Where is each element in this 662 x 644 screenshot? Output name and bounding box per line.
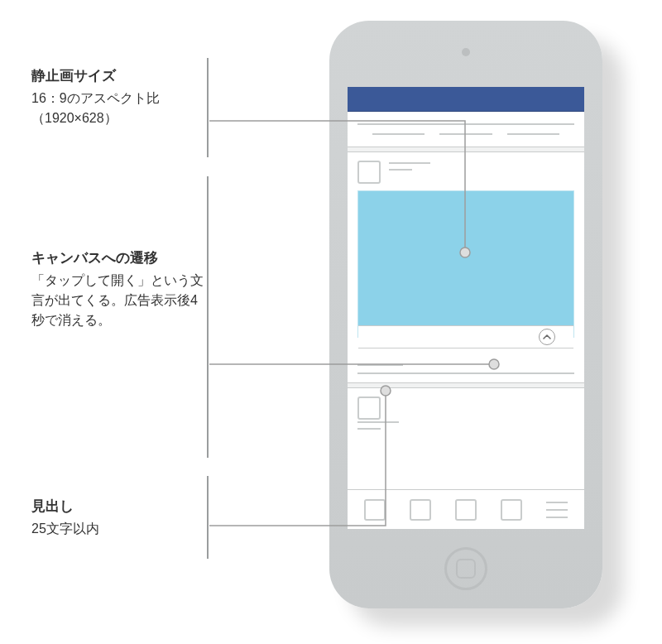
bracket-headline: [207, 476, 209, 559]
feed-divider: [348, 382, 584, 388]
annotation-body: 25文字以内: [31, 519, 205, 539]
annotation-title: 見出し: [31, 497, 205, 516]
meta-lines: [389, 161, 430, 171]
annotation-headline: 見出し 25文字以内: [31, 497, 205, 539]
nav-item-3[interactable]: [455, 499, 477, 521]
ad-card-meta: [357, 161, 574, 184]
bottom-nav: [348, 489, 584, 529]
next-card-wireframe: [348, 388, 584, 435]
bracket-still-image: [207, 58, 209, 157]
annotation-title: キャンバスへの遷移: [31, 248, 205, 267]
avatar-placeholder: [357, 161, 381, 184]
nav-item-2[interactable]: [410, 499, 431, 521]
chevron-up-icon[interactable]: [539, 329, 555, 345]
app-topbar: [348, 87, 584, 112]
nav-item-4[interactable]: [501, 499, 522, 521]
phone-frame: [329, 21, 602, 608]
phone-camera-dot: [462, 48, 470, 56]
headline-placeholder-line: [357, 364, 403, 366]
ad-cta-bar[interactable]: [358, 325, 573, 348]
ad-card: [348, 152, 584, 339]
feed-header-wireframe: [348, 112, 584, 147]
nav-item-1[interactable]: [364, 499, 386, 521]
avatar-placeholder: [357, 396, 381, 420]
annotation-title: 静止画サイズ: [31, 66, 205, 85]
bracket-canvas-transition: [207, 176, 209, 458]
home-button[interactable]: [444, 547, 487, 590]
ad-still-image-area[interactable]: [357, 190, 574, 338]
phone-screen: [348, 87, 584, 529]
annotation-body: 「タップして開く」という文言が出てくる。広告表示後4秒で消える。: [31, 271, 205, 330]
annotation-canvas-transition: キャンバスへの遷移 「タップして開く」という文言が出てくる。広告表示後4秒で消え…: [31, 248, 205, 330]
feed-divider: [348, 147, 584, 152]
hamburger-menu-icon[interactable]: [546, 502, 568, 518]
ad-headline-area: [348, 359, 584, 382]
diagram-stage: 静止画サイズ 16：9のアスペクト比 （1920×628） キャンバスへの遷移 …: [0, 0, 662, 644]
annotation-still-image: 静止画サイズ 16：9のアスペクト比 （1920×628）: [31, 66, 205, 128]
annotation-body-line2: （1920×628）: [31, 108, 205, 128]
annotation-body-line1: 16：9のアスペクト比: [31, 89, 205, 108]
